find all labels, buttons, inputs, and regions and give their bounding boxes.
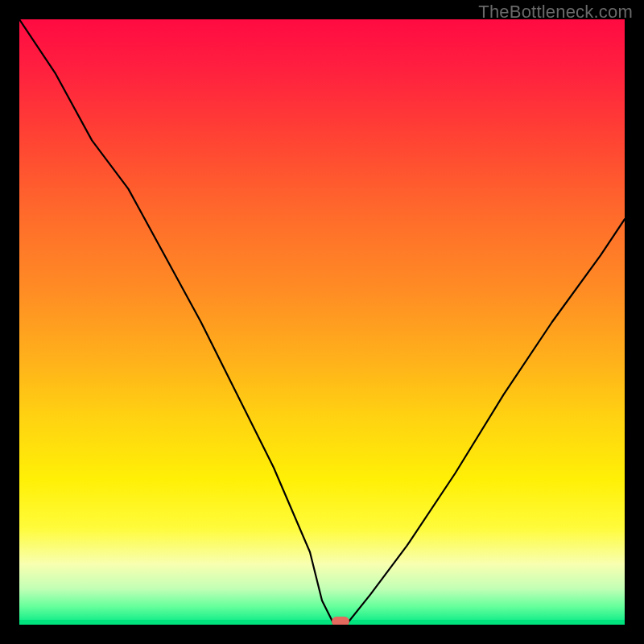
chart-frame: TheBottleneck.com [0,0,644,644]
bottleneck-curve [19,19,625,625]
watermark-text: TheBottleneck.com [478,2,633,23]
optimal-marker [332,617,349,625]
plot-area [19,19,625,625]
